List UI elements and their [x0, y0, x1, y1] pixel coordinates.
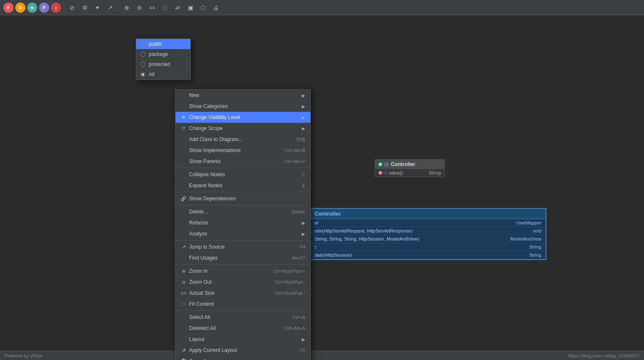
menu-label-zoom-in: Zoom In — [189, 268, 208, 274]
menu-label-zoom-out: Zoom Out — [189, 279, 212, 285]
large-node-right-4: String — [529, 252, 541, 258]
menu-item-change-visibility[interactable]: 👁 Change Visibility Level ▶ — [176, 112, 310, 123]
icon-r[interactable]: R — [15, 3, 25, 13]
change-visibility-icon: 👁 — [181, 115, 187, 120]
icon-f[interactable]: F — [3, 3, 14, 13]
menu-item-deselect-all[interactable]: Deselect All Ctrl+Alt+A — [176, 323, 310, 334]
menu-item-show-categories[interactable]: Show Categories ▶ — [176, 101, 310, 112]
menu-label-analyze: Analyze — [189, 231, 207, 237]
menu-label-change-scope: Change Scope — [189, 125, 223, 131]
large-node-right-1: void — [533, 228, 541, 233]
menu-item-show-deps[interactable]: 🔗 Show Dependencies — [176, 193, 310, 204]
show-categories-arrow: ▶ — [302, 104, 305, 109]
actual-size-shortcut: Ctrl+NumPad / — [275, 291, 305, 296]
zoom-out-btn[interactable]: ⊖ — [134, 2, 145, 13]
menu-item-fit-content[interactable]: □ Fit Content — [176, 299, 310, 310]
radio-all — [140, 72, 145, 77]
menu-label-layout: Layout — [189, 336, 204, 342]
pink-dot — [379, 171, 382, 174]
menu-item-find-usages[interactable]: Find Usages Alt+F7 — [176, 252, 310, 263]
menu-item-add-class[interactable]: Add Class to Diagram... 空格 — [176, 134, 310, 145]
menu-item-collapse[interactable]: Collapse Nodes C — [176, 169, 310, 180]
fit-content-menu-icon: □ — [181, 302, 187, 307]
submenu-item-package[interactable]: package — [136, 49, 190, 59]
apply-layout-icon: ↺ — [181, 348, 187, 353]
submenu-label-protected: protected — [149, 61, 170, 67]
large-node-row-3: ) String — [310, 243, 546, 251]
menu-item-jump-to-source[interactable]: ↗ Jump to Source F4 — [176, 241, 310, 252]
menu-sep-5 — [176, 264, 310, 265]
icon-m[interactable]: m — [27, 3, 37, 13]
deselect-all-shortcut: Ctrl+Alt+A — [284, 326, 305, 331]
large-node-right-2: ModelAndView — [510, 236, 541, 241]
menu-item-analyze[interactable]: Analyze ▶ — [176, 228, 310, 239]
show-deps-icon: 🔗 — [181, 196, 187, 202]
submenu-item-protected[interactable]: protected — [136, 59, 190, 69]
url: https://blog.csdn.net/qq_41946557 — [568, 353, 640, 358]
menu-label-refactor: Refactor — [189, 220, 208, 226]
new-arrow: ▶ — [302, 93, 305, 98]
submenu-item-public[interactable]: public — [136, 39, 190, 49]
jump-to-source-shortcut: F4 — [300, 244, 305, 249]
small-node-type: String — [429, 170, 441, 175]
menu-label-show-impl: Show Implementations — [189, 147, 240, 153]
small-node-header: ⬡ Controller — [375, 160, 444, 169]
panel-btn[interactable]: ▣ — [185, 2, 196, 13]
analyze-arrow: ▶ — [302, 232, 305, 236]
add-class-shortcut: 空格 — [296, 136, 305, 143]
delete-shortcut: Delete — [292, 209, 305, 214]
menu-item-change-scope[interactable]: ▽ Change Scope ▶ — [176, 123, 310, 134]
zoom-in-btn[interactable]: ⊕ — [121, 2, 132, 13]
menu-label-add-class: Add Class to Diagram... — [189, 136, 243, 142]
menu-item-expand[interactable]: Expand Nodes E — [176, 180, 310, 191]
fit-btn[interactable]: □ — [159, 2, 170, 13]
large-node-row-2: String, String, String, HttpSession, Mod… — [310, 235, 546, 243]
menu-label-find-usages: Find Usages — [189, 255, 217, 261]
menu-label-actual-size: Actual Size — [189, 290, 215, 296]
toolbar: F R m P i ⊘ ⚙ ✦ ↗ ⊕ ⊖ 1:1 □ ⇄ ▣ ⬡ 🖨 — [0, 0, 644, 15]
icon-p[interactable]: P — [39, 3, 49, 13]
menu-label-fit-content: Fit Content — [189, 301, 214, 307]
menu-item-show-parents[interactable]: Show Parents Ctrl+Alt+P — [176, 156, 310, 167]
node-btn[interactable]: ✦ — [92, 2, 103, 13]
menu-item-save-diagram[interactable]: 💾 Save diagram — [176, 356, 310, 360]
export-btn[interactable]: ⬡ — [198, 2, 209, 13]
menu-item-refactor[interactable]: Refactor ▶ — [176, 217, 310, 228]
menu-item-zoom-in[interactable]: ⊕ Zoom In Ctrl+NumPad + — [176, 266, 310, 277]
menu-item-select-all[interactable]: Select All Ctrl+A — [176, 312, 310, 323]
zoom-out-menu-icon: ⊖ — [181, 280, 187, 285]
menu-item-show-impl[interactable]: Show Implementations Ctrl+Alt+B — [176, 145, 310, 156]
menu-item-new[interactable]: New ▶ — [176, 90, 310, 101]
small-node-row: ⬡ value() String — [375, 169, 444, 177]
large-node-left-1: ode(HttpServletRequest, HttpServletRespo… — [315, 228, 413, 233]
small-node-icon2: ⬡ — [384, 171, 387, 175]
actual-size-btn[interactable]: 1:1 — [147, 2, 158, 13]
collapse-shortcut: C — [302, 172, 305, 177]
share-btn[interactable]: ⇄ — [172, 2, 183, 13]
print-btn[interactable]: 🖨 — [210, 2, 221, 13]
green-dot — [379, 163, 382, 166]
grid-btn[interactable]: ⚙ — [79, 2, 90, 13]
select-all-shortcut: Ctrl+A — [292, 315, 305, 320]
large-node-right-0: UserMapper — [516, 220, 541, 225]
small-node-icon: ⬡ — [385, 162, 388, 167]
menu-item-zoom-out[interactable]: ⊖ Zoom Out Ctrl+NumPad - — [176, 277, 310, 288]
menu-label-collapse: Collapse Nodes — [189, 172, 225, 177]
save-diagram-icon: 💾 — [181, 359, 187, 360]
submenu-item-all[interactable]: All — [136, 69, 190, 80]
menu-item-layout[interactable]: Layout ▶ — [176, 334, 310, 345]
expand-shortcut: E — [302, 183, 305, 188]
large-node-left-3: ) — [315, 244, 316, 249]
arrow-btn[interactable]: ↗ — [105, 2, 116, 13]
filter-btn[interactable]: ⊘ — [67, 2, 78, 13]
menu-item-actual-size[interactable]: 1:1 Actual Size Ctrl+NumPad / — [176, 288, 310, 299]
icon-i[interactable]: i — [51, 3, 61, 13]
canvas-area: ⬡ Controller ⬡ value() String Controller… — [0, 15, 644, 360]
change-visibility-arrow: ▶ — [302, 115, 305, 120]
controller-node-large[interactable]: Controller er UserMapper ode(HttpServlet… — [309, 208, 546, 260]
menu-item-delete[interactable]: Delete... Delete — [176, 206, 310, 217]
visibility-submenu: public package protected All — [136, 39, 191, 80]
menu-label-show-deps: Show Dependencies — [189, 196, 236, 202]
controller-node-small[interactable]: ⬡ Controller ⬡ value() String — [375, 159, 445, 177]
menu-item-apply-layout[interactable]: ↺ Apply Current Layout F5 — [176, 345, 310, 356]
